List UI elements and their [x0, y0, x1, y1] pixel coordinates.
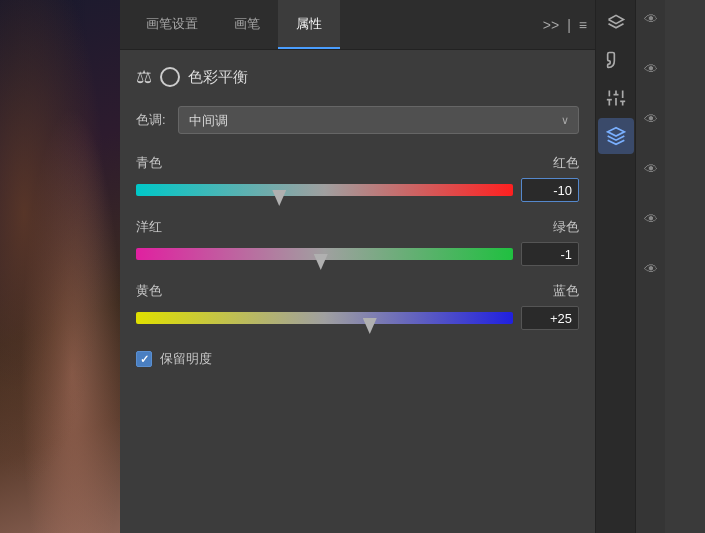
yellow-blue-thumb[interactable]	[363, 318, 377, 334]
preserve-label: 保留明度	[160, 350, 212, 368]
cyan-red-labels: 青色 红色	[136, 154, 579, 172]
yellow-label: 黄色	[136, 282, 162, 300]
cyan-red-track-container[interactable]	[136, 176, 513, 204]
cube-icon[interactable]	[598, 118, 634, 154]
magenta-green-labels: 洋红 绿色	[136, 218, 579, 236]
tabs-menu-button[interactable]: ≡	[579, 17, 587, 33]
tone-label: 色调:	[136, 111, 166, 129]
image-preview	[0, 0, 120, 533]
magenta-green-track	[136, 248, 513, 260]
cyan-red-thumb[interactable]	[272, 190, 286, 206]
eye-icon-1[interactable]: 👁	[640, 8, 662, 30]
panel-content: ⚖ 色彩平衡 色调: 阴影 中间调 高光 青色 红色	[120, 50, 595, 533]
yellow-blue-labels: 黄色 蓝色	[136, 282, 579, 300]
blue-label: 蓝色	[553, 282, 579, 300]
cyan-red-input[interactable]	[521, 178, 579, 202]
green-label: 绿色	[553, 218, 579, 236]
panel-title: 色彩平衡	[188, 68, 248, 87]
magenta-green-group: 洋红 绿色	[136, 218, 579, 268]
tone-row: 色调: 阴影 中间调 高光	[136, 106, 579, 134]
magenta-green-track-container[interactable]	[136, 240, 513, 268]
visibility-column: 👁 👁 👁 👁 👁 👁	[635, 0, 665, 533]
magenta-label: 洋红	[136, 218, 162, 236]
magenta-green-slider-row	[136, 240, 579, 268]
cyan-red-track	[136, 184, 513, 196]
circle-icon	[160, 67, 180, 87]
yellow-blue-slider-row	[136, 304, 579, 332]
yellow-blue-input[interactable]	[521, 306, 579, 330]
tab-properties[interactable]: 属性	[278, 0, 340, 49]
red-label: 红色	[553, 154, 579, 172]
brush-tool-icon[interactable]	[598, 42, 634, 78]
tabs-more-button[interactable]: >>	[543, 17, 559, 33]
eye-icon-3[interactable]: 👁	[640, 108, 662, 130]
tabs-header: 画笔设置 画笔 属性 >> | ≡	[120, 0, 595, 50]
cyan-red-slider-row	[136, 176, 579, 204]
properties-panel: 画笔设置 画笔 属性 >> | ≡ ⚖ 色彩平衡 色调: 阴影 中间调	[120, 0, 595, 533]
svg-marker-9	[607, 128, 624, 136]
balance-icon: ⚖	[136, 66, 152, 88]
right-toolbar	[595, 0, 635, 533]
cyan-red-group: 青色 红色	[136, 154, 579, 204]
tone-select-wrapper[interactable]: 阴影 中间调 高光	[178, 106, 579, 134]
yellow-blue-group: 黄色 蓝色	[136, 282, 579, 332]
eye-icon-5[interactable]: 👁	[640, 208, 662, 230]
tone-select[interactable]: 阴影 中间调 高光	[178, 106, 579, 134]
tab-brush-settings[interactable]: 画笔设置	[128, 0, 216, 49]
eye-icon-2[interactable]: 👁	[640, 58, 662, 80]
preserve-checkbox[interactable]	[136, 351, 152, 367]
sliders-icon[interactable]	[598, 80, 634, 116]
tabs-actions: >> | ≡	[543, 17, 587, 33]
magenta-green-thumb[interactable]	[314, 254, 328, 270]
preserve-row: 保留明度	[136, 350, 579, 368]
yellow-blue-track-container[interactable]	[136, 304, 513, 332]
eye-icon-4[interactable]: 👁	[640, 158, 662, 180]
cyan-label: 青色	[136, 154, 162, 172]
panel-title-row: ⚖ 色彩平衡	[136, 66, 579, 88]
tabs-divider: |	[567, 17, 571, 33]
tab-brush[interactable]: 画笔	[216, 0, 278, 49]
layers-icon[interactable]	[598, 4, 634, 40]
yellow-blue-track	[136, 312, 513, 324]
magenta-green-input[interactable]	[521, 242, 579, 266]
eye-icon-6[interactable]: 👁	[640, 258, 662, 280]
